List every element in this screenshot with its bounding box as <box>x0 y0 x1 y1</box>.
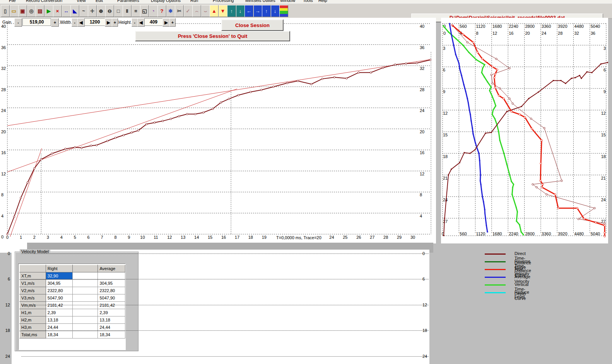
travel-time-chart[interactable]: 0448812121616202024242828323236364040012… <box>0 18 436 243</box>
vm-cell-blank[interactable] <box>73 331 98 338</box>
svg-text:7: 7 <box>101 235 103 240</box>
menu-display-options[interactable]: Display Options <box>151 0 181 3</box>
new-file-icon[interactable]: ▯ <box>1 5 10 17</box>
export-file-icon[interactable]: ▤ <box>36 5 44 17</box>
svg-text:24: 24 <box>542 31 546 36</box>
menu-tools[interactable]: Tools <box>303 0 313 3</box>
menu-view[interactable]: View <box>77 0 86 3</box>
delete-pick-icon[interactable]: × <box>53 5 62 17</box>
menu-record-conversion[interactable]: Record Conversion <box>26 0 62 3</box>
help-icon[interactable]: ? <box>157 5 166 17</box>
menu-help[interactable]: Help <box>318 0 327 3</box>
vm-cell-blank[interactable] <box>73 294 98 302</box>
open-folder-icon[interactable]: ▭ <box>10 5 19 17</box>
menu-run[interactable]: Run <box>190 0 198 3</box>
width-plus-button[interactable]: + <box>112 18 118 27</box>
move-up-icon[interactable]: ↑ <box>262 5 271 17</box>
vm-cell-right[interactable]: 13,18 <box>46 316 73 324</box>
svg-text:27: 27 <box>370 235 374 240</box>
move-right-icon[interactable]: → <box>253 5 262 17</box>
vm-cell-right[interactable]: 24,44 <box>46 324 73 331</box>
gain-value[interactable]: 519,00 <box>22 18 51 26</box>
svg-text:20: 20 <box>420 129 424 134</box>
svg-text:12: 12 <box>601 111 606 116</box>
vm-cell-right[interactable]: 304,95 <box>46 280 73 287</box>
vm-cell-average[interactable]: 24,44 <box>98 324 125 331</box>
vm-cell-average[interactable]: 2181,42 <box>98 302 125 309</box>
spectrum-view-icon[interactable]: ◔ <box>149 5 158 17</box>
velocity-depth-chart[interactable]: 0005604560112081120168012168022401622402… <box>441 18 608 243</box>
vm-cell-average[interactable]: 18,34 <box>98 331 125 338</box>
vm-cell-average[interactable] <box>98 272 125 280</box>
menu-miniseis-utilites[interactable]: MiniSeis Utilites <box>245 0 275 3</box>
stack-view-icon[interactable]: ≡ <box>132 5 140 17</box>
curve-smooth-down-icon[interactable]: ⌣ <box>201 5 210 17</box>
vm-cell-blank[interactable] <box>73 302 98 309</box>
vm-cell-blank[interactable] <box>73 324 98 331</box>
width-value[interactable]: 1200 <box>84 18 105 26</box>
zoom-in-icon[interactable]: ⊕ <box>97 5 106 17</box>
move-down-icon[interactable]: ↓ <box>271 5 280 17</box>
find-icon[interactable]: ◎ <box>27 5 36 17</box>
vm-cell-average[interactable]: 304,95 <box>98 280 125 287</box>
menu-edit[interactable]: Edit <box>96 0 103 3</box>
menu-processing[interactable]: Processing <box>213 0 234 3</box>
color-palette-icon[interactable] <box>279 5 288 17</box>
mute-bottom-icon[interactable]: ▼ <box>219 5 227 17</box>
vm-cell-blank[interactable] <box>73 272 98 280</box>
mute-top-icon[interactable]: ▲ <box>210 5 219 17</box>
rect-zoom-icon[interactable]: □ <box>114 5 123 17</box>
dual-trace-view-icon[interactable]: ‖ <box>123 5 132 17</box>
vm-cell-average[interactable]: 5047,90 <box>98 294 125 302</box>
width-step-right-button[interactable]: ▶ <box>105 18 112 27</box>
width-minus-button[interactable]: - <box>72 18 78 27</box>
gain-minus-button[interactable]: - <box>14 18 22 27</box>
vm-cell-average[interactable]: 2,39 <box>98 309 125 316</box>
zoom-out-icon[interactable]: ⊖ <box>105 5 114 17</box>
amplitude-scale-icon[interactable]: ◣ <box>70 5 79 17</box>
height-value[interactable]: 409 <box>144 18 163 26</box>
menu-window[interactable]: Window <box>280 0 295 3</box>
width-step-left-button[interactable]: ◀ <box>77 18 85 27</box>
svg-text:2240: 2240 <box>509 231 518 236</box>
shift-trace-down-icon[interactable]: ↓ <box>236 5 245 17</box>
svg-text:28: 28 <box>558 31 562 36</box>
vm-cell-blank[interactable] <box>73 280 98 287</box>
vm-cell-right[interactable]: 2,39 <box>46 309 73 316</box>
accept-pick-icon[interactable]: ✓ <box>184 5 193 17</box>
vm-cell-blank[interactable] <box>73 316 98 324</box>
save-file-icon[interactable]: ▣ <box>18 5 27 17</box>
height-minus-button[interactable]: - <box>132 18 138 27</box>
svg-text:16: 16 <box>221 235 226 240</box>
menu-parameters[interactable]: Parameters <box>117 0 139 3</box>
flow-setup-icon[interactable]: ✱ <box>166 5 175 17</box>
vm-cell-blank[interactable] <box>73 287 98 294</box>
move-left-icon[interactable]: ← <box>244 5 253 17</box>
vm-cell-average[interactable]: 13,18 <box>98 316 125 324</box>
curve-smooth-up-icon[interactable]: ⌢ <box>192 5 201 17</box>
vm-cell-right[interactable]: 5047,90 <box>46 294 73 302</box>
vm-cell-average[interactable]: 2322,80 <box>98 287 125 294</box>
height-step-right-button[interactable]: ▶ <box>162 18 170 27</box>
height-step-left-button[interactable]: ◀ <box>137 18 145 27</box>
vm-cell-right[interactable]: 2322,80 <box>46 287 73 294</box>
svg-text:17: 17 <box>235 235 239 240</box>
wiggle-display-icon[interactable]: ~ <box>79 5 88 17</box>
reverse-chart-tick-right: 0 <box>422 251 432 256</box>
vm-cell-right[interactable]: 32,90 <box>46 272 73 280</box>
cut-picks-icon[interactable]: ✂ <box>175 5 184 17</box>
pan-tool-icon[interactable]: ✛ <box>88 5 97 17</box>
swap-traces-icon[interactable]: ↔ <box>62 5 71 17</box>
gain-plus-button[interactable]: + <box>51 18 59 27</box>
svg-text:28: 28 <box>383 235 388 240</box>
overlay-windows-icon[interactable]: ◱ <box>140 5 149 17</box>
vm-cell-blank[interactable] <box>73 309 98 316</box>
menu-file[interactable]: File <box>9 0 16 3</box>
height-plus-button[interactable]: + <box>169 18 176 27</box>
svg-text:6: 6 <box>603 68 606 72</box>
shift-trace-up-icon[interactable]: ↑ <box>227 5 236 17</box>
run-processing-icon[interactable]: ▶ <box>44 5 53 17</box>
vm-cell-right[interactable]: 2181,42 <box>46 302 73 309</box>
close-session-button[interactable]: Close Session <box>221 19 284 31</box>
vm-cell-right[interactable]: 18,34 <box>46 331 73 338</box>
